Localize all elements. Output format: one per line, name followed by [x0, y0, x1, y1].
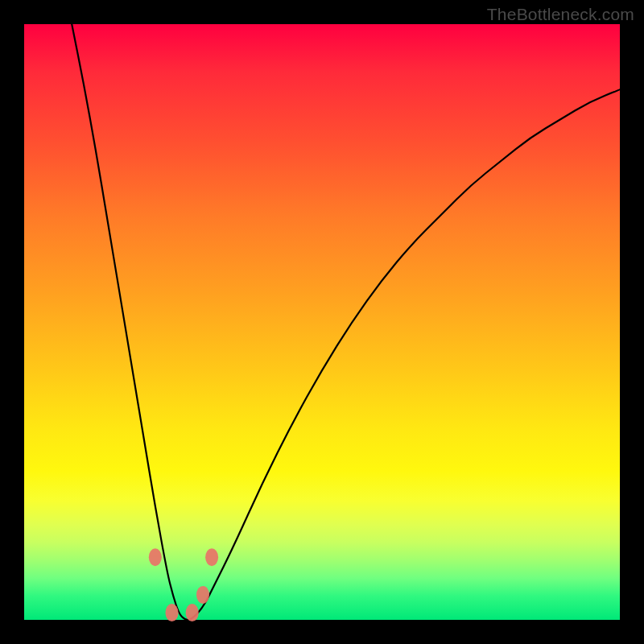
curve-marker: [186, 604, 199, 621]
watermark-text: TheBottleneck.com: [487, 5, 634, 24]
curve-marker: [166, 604, 179, 621]
curve-path: [72, 24, 620, 620]
curve-marker: [205, 548, 218, 566]
curve-markers: [149, 548, 218, 621]
bottleneck-curve: [72, 24, 620, 620]
outer-frame: TheBottleneck.com: [0, 0, 644, 644]
curve-marker: [196, 586, 209, 604]
curve-layer: [24, 24, 620, 620]
curve-marker: [149, 548, 162, 566]
